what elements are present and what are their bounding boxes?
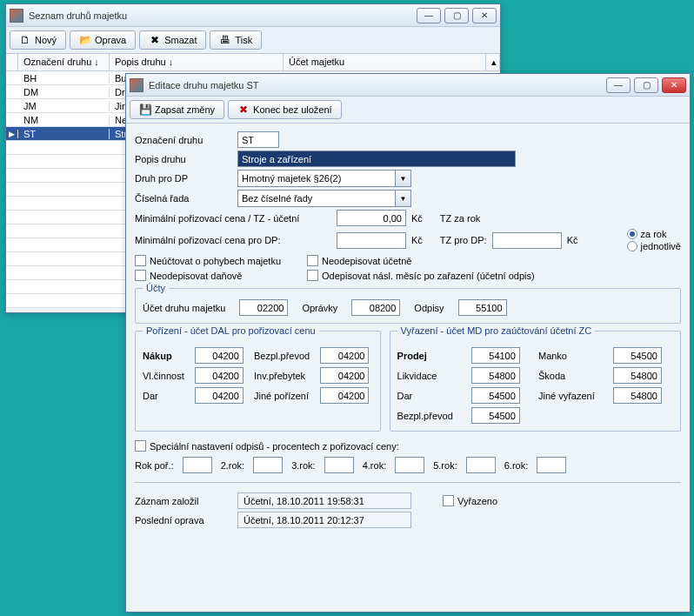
label-opravky: Oprávky bbox=[302, 303, 337, 313]
list-header: Označení druhu ↓ Popis druhu ↓ Účet maje… bbox=[6, 54, 500, 71]
list-toolbar: 🗋Nový 📂Oprava ✖Smazat 🖶Tisk bbox=[6, 27, 500, 54]
minimize-button[interactable]: — bbox=[606, 77, 631, 93]
vyrazeni-input[interactable] bbox=[471, 367, 520, 384]
delete-button[interactable]: ✖Smazat bbox=[139, 30, 206, 50]
odpisy-input[interactable] bbox=[458, 299, 507, 316]
delete-icon: ✖ bbox=[149, 34, 161, 46]
radio-zarok[interactable]: za rok bbox=[627, 229, 681, 239]
vyrazeni-input[interactable] bbox=[613, 367, 662, 384]
ucty-legend: Účty bbox=[143, 283, 169, 293]
label-zalozil: Záznam založil bbox=[135, 496, 232, 506]
list-titlebar: Seznam druhů majetku — ▢ ✕ bbox=[6, 4, 500, 27]
mindp-input[interactable] bbox=[337, 232, 406, 249]
porizeni-input[interactable] bbox=[320, 347, 369, 364]
chk-odep-nasl[interactable]: Odepisovat násl. měsíc po zařazení (účet… bbox=[307, 270, 535, 281]
porizeni-input[interactable] bbox=[195, 347, 244, 364]
opravky-input[interactable] bbox=[351, 299, 400, 316]
new-button[interactable]: 🗋Nový bbox=[10, 30, 66, 50]
rowindicator-header bbox=[6, 54, 18, 70]
vyrazeni-label: Dar bbox=[397, 391, 464, 401]
maximize-button[interactable]: ▢ bbox=[444, 8, 469, 23]
label-r4: 4.rok: bbox=[363, 460, 387, 471]
r6-input[interactable] bbox=[537, 457, 566, 473]
chk-neuctovat[interactable]: Neúčtovat o pohybech majetku bbox=[135, 255, 281, 266]
label-mindp: Minimální pořizovací cena pro DP: bbox=[135, 235, 331, 245]
chk-neodep-dan[interactable]: Neodepisovat daňově bbox=[135, 270, 281, 281]
vyrazeni-input[interactable] bbox=[471, 387, 520, 404]
col-expand[interactable]: ▴ bbox=[486, 54, 500, 70]
vyrazeni-label: Likvidace bbox=[397, 371, 464, 381]
folder-open-icon: 📂 bbox=[79, 34, 91, 46]
vyrazeni-input[interactable] bbox=[613, 347, 662, 364]
app-icon bbox=[130, 78, 143, 92]
close-button[interactable]: ✕ bbox=[662, 77, 686, 93]
edit-form: Označení druhu Popis druhu Druh pro DP H… bbox=[126, 124, 690, 536]
rokpor-input[interactable] bbox=[183, 457, 212, 473]
col-popis-header[interactable]: Popis druhu ↓ bbox=[110, 54, 284, 70]
app-icon bbox=[10, 9, 23, 23]
sort-arrow-icon: ↓ bbox=[169, 57, 174, 67]
r4-input[interactable] bbox=[395, 457, 424, 473]
label-rokpor: Rok poř.: bbox=[135, 460, 174, 471]
tzprodp-label: TZ pro DP: bbox=[440, 235, 487, 245]
porizeni-input[interactable] bbox=[195, 387, 244, 404]
vyrazeni-input[interactable] bbox=[471, 407, 520, 424]
chevron-down-icon: ▼ bbox=[395, 171, 410, 186]
edit-window: Editace druhu majetku ST — ▢ ✕ 💾Zapsat z… bbox=[125, 73, 691, 613]
chk-special[interactable]: Speciální nastavení odpisů - procentech … bbox=[135, 440, 399, 452]
porizeni-input[interactable] bbox=[320, 367, 369, 384]
porizeni-input[interactable] bbox=[320, 387, 369, 404]
oprava-value: Účetní, 18.10.2011 20:12:37 bbox=[237, 512, 411, 528]
tzprodp-input[interactable] bbox=[492, 232, 562, 249]
label-oprava: Poslední oprava bbox=[135, 515, 232, 526]
list-title: Seznam druhů majetku bbox=[29, 10, 417, 21]
edit-titlebar: Editace druhu majetku ST — ▢ ✕ bbox=[126, 74, 690, 97]
save-button[interactable]: 💾Zapsat změny bbox=[130, 100, 224, 119]
vyrazeni-input[interactable] bbox=[471, 347, 520, 364]
vyrazeni-label: Jiné vyřazení bbox=[538, 391, 606, 401]
label-popis: Popis druhu bbox=[135, 154, 232, 164]
porizeni-label: Vl.činnost bbox=[143, 371, 188, 381]
edit-toolbar: 💾Zapsat změny ✖Konec bez uložení bbox=[126, 97, 690, 124]
porizeni-label: Dar bbox=[143, 391, 188, 401]
r3-input[interactable] bbox=[324, 457, 354, 473]
porizeni-legend: Pořízení - účet DAL pro pořizovací cenu bbox=[143, 325, 319, 336]
oznaceni-input[interactable] bbox=[237, 131, 279, 148]
col-ucet-header[interactable]: Účet majetku bbox=[284, 54, 486, 70]
mintz-input[interactable] bbox=[337, 210, 406, 226]
druhdp-select[interactable]: Hmotný majetek §26(2) ▼ bbox=[237, 170, 411, 187]
cell-code: JM bbox=[18, 101, 110, 111]
porizeni-input[interactable] bbox=[195, 367, 244, 384]
print-button[interactable]: 🖶Tisk bbox=[210, 30, 262, 50]
edit-button[interactable]: 📂Oprava bbox=[70, 30, 136, 50]
edit-title: Editace druhu majetku ST bbox=[149, 80, 606, 90]
radio-jednotlive[interactable]: jednotlivě bbox=[627, 241, 681, 251]
maximize-button[interactable]: ▢ bbox=[634, 77, 658, 93]
minimize-button[interactable]: — bbox=[417, 8, 441, 23]
ucet-druh-input[interactable] bbox=[239, 299, 288, 316]
chk-neodep-ucet[interactable]: Neodepisovat účetně bbox=[307, 255, 535, 266]
label-druhdp: Druh pro DP bbox=[135, 173, 232, 184]
popis-input[interactable] bbox=[237, 151, 516, 167]
vyrazeni-grid: ProdejMankoLikvidaceŠkodaDarJiné vyřazen… bbox=[397, 347, 673, 424]
label-r5: 5.rok: bbox=[433, 460, 457, 471]
r2-input[interactable] bbox=[253, 457, 283, 473]
vyrazeni-label: Bezpl.převod bbox=[397, 411, 464, 421]
kc-label: Kč bbox=[411, 213, 423, 224]
cancel-button[interactable]: ✖Konec bez uložení bbox=[228, 100, 342, 119]
ciselna-select[interactable]: Bez číselné řady ▼ bbox=[237, 190, 411, 207]
vyrazeni-input[interactable] bbox=[613, 387, 662, 404]
cell-code: NM bbox=[18, 115, 110, 125]
file-icon: 🗋 bbox=[19, 34, 31, 46]
ucty-fieldset: Účty Účet druhu majetku Oprávky Odpisy bbox=[135, 288, 681, 324]
tzzarok-label: TZ za rok bbox=[440, 213, 480, 224]
chk-vyrazeno[interactable]: Vyřazeno bbox=[443, 495, 497, 506]
vyrazeni-label: Škoda bbox=[538, 371, 606, 381]
close-button[interactable]: ✕ bbox=[472, 8, 497, 23]
r5-input[interactable] bbox=[466, 457, 496, 473]
porizeni-fieldset: Pořízení - účet DAL pro pořizovací cenu … bbox=[135, 331, 381, 432]
ciselna-value: Bez číselné řady bbox=[238, 193, 395, 204]
col-oznaceni-header[interactable]: Označení druhu ↓ bbox=[18, 54, 110, 70]
label-ciselna: Číselná řada bbox=[135, 193, 232, 204]
row-indicator: ▶ bbox=[6, 130, 18, 138]
